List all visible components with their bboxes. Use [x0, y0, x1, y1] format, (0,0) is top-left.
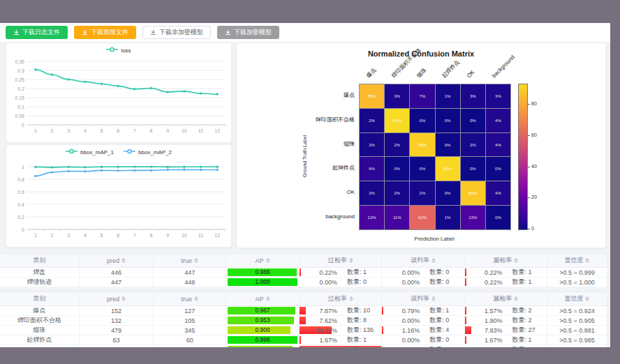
svg-text:0.3: 0.3: [17, 68, 24, 73]
overcheck-cell: 7.62%数量: 8: [300, 316, 382, 326]
ap-cell: 0.986: [226, 268, 299, 278]
column-header-过检率[interactable]: 过检率: [300, 292, 382, 306]
column-header-true[interactable]: true: [154, 254, 226, 268]
svg-text:1: 1: [34, 128, 37, 133]
column-header-置信度[interactable]: 置信度: [547, 292, 607, 306]
confusion-matrix-card: Normalized Confusion Matrix 爆点爆点焊印面积不合格焊…: [236, 43, 606, 248]
column-header-误判率[interactable]: 误判率: [382, 292, 464, 306]
matrix-cell: 0%: [486, 157, 510, 181]
svg-text:0.15: 0.15: [15, 96, 24, 100]
cm-row-label: OK: [237, 189, 355, 196]
column-header-true[interactable]: true: [154, 292, 226, 306]
matrix-cell: 90%: [410, 133, 434, 157]
button-label: 下载日志文件: [22, 28, 60, 37]
matrix-cell: 93%: [385, 109, 409, 132]
sort-caret: [585, 258, 589, 263]
legend-item-loss[interactable]: loss: [106, 47, 131, 54]
svg-text:10: 10: [182, 233, 187, 238]
true-cell: 345: [154, 326, 226, 335]
legend-label: loss: [121, 47, 131, 54]
ap-cell: 0.953: [226, 316, 299, 326]
pred-cell: 446: [79, 268, 154, 278]
confidence-cell: >0.5 = 0.940: [547, 345, 607, 348]
legend-item-bbox_mAP_1[interactable]: bbox_mAP_1: [66, 149, 114, 156]
colorbar-tick: 20: [531, 195, 537, 200]
legend-item-bbox_mAP_2[interactable]: bbox_mAP_2: [124, 149, 172, 156]
ap-cell: 0.996: [226, 335, 299, 345]
column-header-类别[interactable]: 类别: [0, 254, 79, 268]
class-cell: 焊盘: [0, 268, 79, 278]
map-chart-legend: bbox_mAP_1bbox_mAP_2: [6, 149, 231, 156]
column-header-类别[interactable]: 类别: [0, 292, 79, 306]
download-toolbar: 下载日志文件下载简报文件下载非加密模型下载加密模型: [0, 23, 610, 42]
cm-col-label: OK: [466, 69, 476, 79]
sort-caret: [431, 296, 436, 301]
download-button-3[interactable]: 下载加密模型: [217, 26, 279, 39]
download-button-1[interactable]: 下载简报文件: [74, 26, 136, 39]
table-row: 爆点1521270.9677.87%数量: 100.79%数量: 11.57%数…: [0, 306, 607, 316]
column-header-pred[interactable]: pred: [79, 254, 154, 268]
misjudge-cell: 0.00%数量: 0: [382, 345, 464, 348]
matrix-cell: 0%: [410, 157, 434, 181]
column-header-误判率[interactable]: 误判率: [382, 254, 464, 268]
svg-text:6: 6: [117, 233, 119, 238]
matrix-cell: 2%: [410, 181, 434, 205]
svg-text:8: 8: [150, 233, 153, 238]
sort-caret: [585, 296, 589, 301]
matrix-cell: 2%: [360, 109, 384, 132]
misjudge-cell: 0.00%数量: 0: [382, 278, 464, 287]
colorbar-tick: 80: [531, 101, 537, 107]
column-header-漏检率[interactable]: 漏检率: [464, 254, 547, 268]
misjudge-cell: 0.00%数量: 0: [382, 316, 464, 326]
class-cell: 起焊炸点: [0, 335, 79, 345]
pred-cell: 117: [79, 345, 154, 348]
pred-cell: 132: [79, 316, 154, 326]
download-icon: [150, 29, 156, 36]
true-cell: 448: [154, 278, 226, 287]
training-report-page: { "colors": { "button_green": "#20c25e",…: [0, 0, 620, 364]
download-button-0[interactable]: 下载日志文件: [6, 26, 68, 39]
svg-text:11: 11: [198, 128, 203, 133]
sort-caret: [121, 296, 126, 301]
metrics-table-1: 类别predtrueAP过检率误判率漏检率置信度爆点1521270.9677.8…: [0, 291, 607, 347]
series-ring-icon: [106, 47, 118, 54]
confusion-matrix-yaxis-label: Ground Truth Label: [302, 135, 307, 177]
matrix-cell: 2%: [461, 133, 485, 157]
overcheck-cell: 7.87%数量: 10: [300, 306, 382, 316]
column-header-置信度[interactable]: 置信度: [547, 254, 607, 268]
svg-text:0.4: 0.4: [17, 202, 24, 207]
svg-text:8: 8: [150, 128, 153, 133]
matrix-cell: 2%: [385, 133, 409, 157]
true-cell: 100: [154, 345, 226, 348]
download-icon: [13, 29, 20, 36]
loss-chart-legend: loss: [6, 47, 231, 54]
column-header-pred[interactable]: pred: [79, 292, 154, 306]
pred-cell: 63: [79, 335, 154, 345]
svg-text:0.35: 0.35: [15, 59, 24, 64]
svg-text:4: 4: [84, 128, 87, 133]
column-header-AP[interactable]: AP: [226, 254, 299, 268]
matrix-cell: 1%: [436, 206, 460, 229]
miss-cell: 1.67%数量: 1: [464, 335, 547, 345]
matrix-cell: 7%: [410, 84, 434, 108]
column-header-过检率[interactable]: 过检率: [300, 254, 382, 268]
download-button-2[interactable]: 下载非加密模型: [142, 26, 211, 39]
true-cell: 105: [154, 316, 226, 326]
button-label: 下载简报文件: [91, 28, 128, 37]
column-header-漏检率[interactable]: 漏检率: [464, 292, 547, 306]
sort-caret: [194, 258, 198, 263]
svg-text:3: 3: [67, 233, 70, 238]
colorbar: [518, 84, 528, 230]
button-label: 下载非加密模型: [159, 28, 203, 37]
metrics-table-0: 类别predtrueAP过检率误判率漏检率置信度焊盘4464470.9860.2…: [0, 253, 607, 287]
svg-text:2: 2: [51, 128, 54, 133]
svg-text:0.1: 0.1: [17, 105, 24, 109]
table-row: 起焊炸点63600.9961.67%数量: 10.00%数量: 01.67%数量…: [0, 335, 607, 345]
column-header-AP[interactable]: AP: [226, 292, 299, 306]
matrix-cell: 0%: [410, 109, 434, 132]
ap-cell: 0.900: [226, 326, 299, 335]
miss-cell: 0.22%数量: 1: [464, 278, 547, 287]
colorbar-tick: 40: [531, 164, 537, 169]
true-cell: 447: [154, 268, 226, 278]
class-cell: OK: [0, 345, 79, 348]
